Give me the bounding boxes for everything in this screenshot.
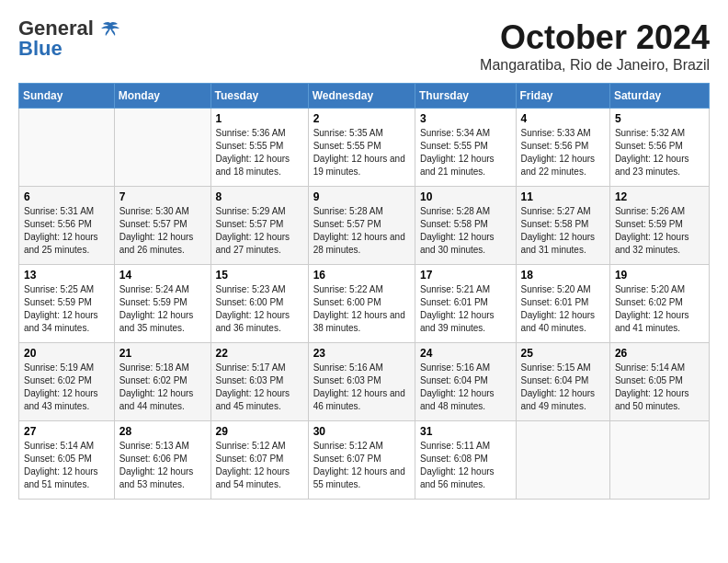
calendar-day-cell — [114, 109, 210, 187]
calendar-day-cell: 13Sunrise: 5:25 AMSunset: 5:59 PMDayligh… — [19, 265, 115, 343]
weekday-header: Friday — [516, 84, 609, 109]
day-number: 8 — [216, 190, 303, 203]
calendar-day-cell: 14Sunrise: 5:24 AMSunset: 5:59 PMDayligh… — [114, 265, 210, 343]
calendar-day-cell: 29Sunrise: 5:12 AMSunset: 6:07 PMDayligh… — [210, 421, 308, 500]
location: Mangaratiba, Rio de Janeiro, Brazil — [480, 57, 710, 74]
day-info: Sunrise: 5:18 AMSunset: 6:02 PMDaylight:… — [119, 362, 206, 413]
day-info: Sunrise: 5:36 AMSunset: 5:55 PMDaylight:… — [216, 127, 303, 178]
day-info: Sunrise: 5:19 AMSunset: 6:02 PMDaylight:… — [24, 362, 109, 413]
calendar-day-cell: 25Sunrise: 5:15 AMSunset: 6:04 PMDayligh… — [516, 343, 609, 421]
day-number: 18 — [521, 269, 605, 282]
day-info: Sunrise: 5:11 AMSunset: 6:08 PMDaylight:… — [420, 440, 511, 491]
day-info: Sunrise: 5:25 AMSunset: 5:59 PMDaylight:… — [24, 283, 109, 335]
page-header: General Blue October 2024 Mangaratiba, R… — [18, 18, 710, 74]
day-info: Sunrise: 5:16 AMSunset: 6:03 PMDaylight:… — [313, 362, 410, 413]
calendar-day-cell: 3Sunrise: 5:34 AMSunset: 5:55 PMDaylight… — [415, 109, 516, 187]
day-number: 11 — [521, 190, 605, 203]
title-block: October 2024 Mangaratiba, Rio de Janeiro… — [480, 18, 710, 74]
calendar-day-cell: 12Sunrise: 5:26 AMSunset: 5:59 PMDayligh… — [609, 187, 709, 265]
day-info: Sunrise: 5:26 AMSunset: 5:59 PMDaylight:… — [615, 205, 704, 257]
day-info: Sunrise: 5:14 AMSunset: 6:05 PMDaylight:… — [24, 440, 109, 491]
weekday-header: Sunday — [19, 84, 115, 109]
day-info: Sunrise: 5:17 AMSunset: 6:03 PMDaylight:… — [216, 362, 303, 413]
day-info: Sunrise: 5:27 AMSunset: 5:58 PMDaylight:… — [521, 205, 605, 257]
day-info: Sunrise: 5:12 AMSunset: 6:07 PMDaylight:… — [216, 440, 303, 491]
day-number: 10 — [420, 190, 511, 203]
day-number: 20 — [24, 347, 109, 360]
day-info: Sunrise: 5:16 AMSunset: 6:04 PMDaylight:… — [420, 362, 511, 413]
day-info: Sunrise: 5:32 AMSunset: 5:56 PMDaylight:… — [615, 127, 704, 178]
logo: General Blue — [18, 18, 119, 59]
calendar-day-cell: 28Sunrise: 5:13 AMSunset: 6:06 PMDayligh… — [114, 421, 210, 500]
calendar-day-cell: 19Sunrise: 5:20 AMSunset: 6:02 PMDayligh… — [609, 265, 709, 343]
weekday-header: Saturday — [609, 84, 709, 109]
day-info: Sunrise: 5:12 AMSunset: 6:07 PMDaylight:… — [313, 440, 410, 491]
logo-bird-icon — [101, 21, 119, 38]
day-info: Sunrise: 5:28 AMSunset: 5:57 PMDaylight:… — [313, 205, 410, 257]
calendar-day-cell: 5Sunrise: 5:32 AMSunset: 5:56 PMDaylight… — [609, 109, 709, 187]
calendar-day-cell: 27Sunrise: 5:14 AMSunset: 6:05 PMDayligh… — [19, 421, 115, 500]
day-number: 21 — [119, 347, 206, 360]
calendar-day-cell: 6Sunrise: 5:31 AMSunset: 5:56 PMDaylight… — [19, 187, 115, 265]
day-info: Sunrise: 5:29 AMSunset: 5:57 PMDaylight:… — [216, 205, 303, 257]
calendar-day-cell — [516, 421, 609, 500]
weekday-header: Monday — [114, 84, 210, 109]
day-number: 14 — [119, 269, 206, 282]
day-number: 16 — [313, 269, 410, 282]
day-number: 13 — [24, 269, 109, 282]
calendar-day-cell: 16Sunrise: 5:22 AMSunset: 6:00 PMDayligh… — [308, 265, 415, 343]
calendar-day-cell: 10Sunrise: 5:28 AMSunset: 5:58 PMDayligh… — [415, 187, 516, 265]
day-number: 4 — [521, 112, 605, 125]
calendar-day-cell: 1Sunrise: 5:36 AMSunset: 5:55 PMDaylight… — [210, 109, 308, 187]
day-info: Sunrise: 5:33 AMSunset: 5:56 PMDaylight:… — [521, 127, 605, 178]
day-number: 15 — [216, 269, 303, 282]
day-info: Sunrise: 5:20 AMSunset: 6:01 PMDaylight:… — [521, 283, 605, 335]
calendar-day-cell: 21Sunrise: 5:18 AMSunset: 6:02 PMDayligh… — [114, 343, 210, 421]
day-number: 27 — [24, 425, 109, 438]
day-number: 17 — [420, 269, 511, 282]
calendar-day-cell: 23Sunrise: 5:16 AMSunset: 6:03 PMDayligh… — [308, 343, 415, 421]
day-number: 24 — [420, 347, 511, 360]
month-title: October 2024 — [480, 18, 710, 57]
calendar-day-cell: 15Sunrise: 5:23 AMSunset: 6:00 PMDayligh… — [210, 265, 308, 343]
logo-blue: Blue — [18, 39, 63, 59]
day-number: 29 — [216, 425, 303, 438]
day-info: Sunrise: 5:21 AMSunset: 6:01 PMDaylight:… — [420, 283, 511, 335]
day-number: 19 — [615, 269, 704, 282]
calendar-day-cell: 26Sunrise: 5:14 AMSunset: 6:05 PMDayligh… — [609, 343, 709, 421]
day-number: 31 — [420, 425, 511, 438]
day-info: Sunrise: 5:24 AMSunset: 5:59 PMDaylight:… — [119, 283, 206, 335]
calendar-day-cell — [19, 109, 115, 187]
day-info: Sunrise: 5:15 AMSunset: 6:04 PMDaylight:… — [521, 362, 605, 413]
weekday-header: Thursday — [415, 84, 516, 109]
day-number: 5 — [615, 112, 704, 125]
day-number: 3 — [420, 112, 511, 125]
day-number: 9 — [313, 190, 410, 203]
calendar-week-row: 6Sunrise: 5:31 AMSunset: 5:56 PMDaylight… — [19, 187, 710, 265]
weekday-header: Tuesday — [210, 84, 308, 109]
day-info: Sunrise: 5:30 AMSunset: 5:57 PMDaylight:… — [119, 205, 206, 257]
day-info: Sunrise: 5:22 AMSunset: 6:00 PMDaylight:… — [313, 283, 410, 335]
calendar-day-cell: 9Sunrise: 5:28 AMSunset: 5:57 PMDaylight… — [308, 187, 415, 265]
day-number: 25 — [521, 347, 605, 360]
day-number: 6 — [24, 190, 109, 203]
weekday-header: Wednesday — [308, 84, 415, 109]
day-number: 28 — [119, 425, 206, 438]
day-info: Sunrise: 5:35 AMSunset: 5:55 PMDaylight:… — [313, 127, 410, 178]
calendar-day-cell: 17Sunrise: 5:21 AMSunset: 6:01 PMDayligh… — [415, 265, 516, 343]
calendar-day-cell: 4Sunrise: 5:33 AMSunset: 5:56 PMDaylight… — [516, 109, 609, 187]
day-info: Sunrise: 5:20 AMSunset: 6:02 PMDaylight:… — [615, 283, 704, 335]
day-number: 22 — [216, 347, 303, 360]
calendar-day-cell: 8Sunrise: 5:29 AMSunset: 5:57 PMDaylight… — [210, 187, 308, 265]
calendar-day-cell: 22Sunrise: 5:17 AMSunset: 6:03 PMDayligh… — [210, 343, 308, 421]
day-number: 12 — [615, 190, 704, 203]
day-number: 1 — [216, 112, 303, 125]
day-number: 7 — [119, 190, 206, 203]
day-info: Sunrise: 5:34 AMSunset: 5:55 PMDaylight:… — [420, 127, 511, 178]
calendar-table: SundayMondayTuesdayWednesdayThursdayFrid… — [18, 83, 710, 500]
calendar-day-cell: 18Sunrise: 5:20 AMSunset: 6:01 PMDayligh… — [516, 265, 609, 343]
calendar-day-cell: 24Sunrise: 5:16 AMSunset: 6:04 PMDayligh… — [415, 343, 516, 421]
day-info: Sunrise: 5:13 AMSunset: 6:06 PMDaylight:… — [119, 440, 206, 491]
day-number: 26 — [615, 347, 704, 360]
calendar-day-cell: 31Sunrise: 5:11 AMSunset: 6:08 PMDayligh… — [415, 421, 516, 500]
